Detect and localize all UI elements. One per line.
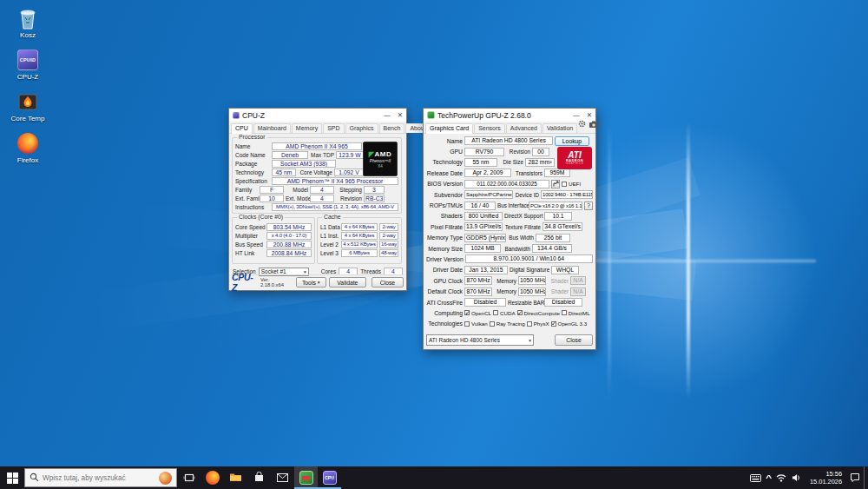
gpuz-titlebar[interactable]: TechPowerUp GPU-Z 2.68.0 — ✕ [424,109,595,122]
memory-type-label: Memory Type [426,235,463,241]
l1-data-assoc: 2-way [379,223,398,231]
card-selector-value: ATI Radeon HD 4800 Series [429,337,500,343]
taskbar-file-explorer[interactable] [224,466,247,489]
cpuz-close-button[interactable]: Close [372,277,404,287]
tab-advanced[interactable]: Advanced [506,123,542,133]
tab-validation[interactable]: Validation [542,123,577,133]
search-input[interactable] [43,474,145,482]
settings-icon[interactable] [578,116,586,131]
taskbar-gpuz[interactable] [294,466,318,489]
cpuz-footer: CPU-Z Ver. 2.18.0.x64 Tools ▾ Validate C… [232,274,404,288]
tab-bench[interactable]: Bench [379,123,405,133]
action-center-icon[interactable] [850,472,860,483]
gpu-clock-value: 870 MHz [464,276,492,285]
checkbox-box [464,321,470,327]
desktop: Kosz CPUID CPU-Z Core Temp Firefox CPU-Z… [0,0,868,489]
pixel-fillrate-value: 13.9 GPixel/s [464,222,503,231]
tray-chevron-up-icon[interactable]: ^ [766,475,772,480]
gpu-label: GPU [426,149,463,155]
ht-link-label: HT Link [235,250,265,256]
tab-memory[interactable]: Memory [292,123,322,133]
rops-tmus-label: ROPs/TMUs [426,202,463,208]
cpuz-icon: CPUID [16,49,39,71]
search-highlight-icon[interactable] [159,472,172,485]
shortcut-label: Core Temp [11,115,45,122]
render-test-button[interactable]: ? [584,202,593,210]
screenshot-camera-icon[interactable] [589,116,598,131]
taskbar-search[interactable] [24,468,177,487]
tab-graphics-card[interactable]: Graphics Card [425,123,473,134]
gpuz-window-title: TechPowerUp GPU-Z 2.68.0 [437,111,531,120]
row-memory-size: Memory Size 1024 MB Bandwidth 134.4 GB/s [426,243,593,254]
shortcut-core-temp[interactable]: Core Temp [5,90,50,122]
gpuz-close-button[interactable]: Close [555,334,593,346]
die-size-label: Die Size [499,159,523,165]
card-selector[interactable]: ATI Radeon HD 4800 Series ▾ [426,334,534,346]
tab-graphics[interactable]: Graphics [345,123,378,133]
validate-button[interactable]: Validate [329,277,366,287]
memory-clock-label: Memory [494,278,516,284]
vulkan-checkbox: Vulkan [464,320,488,327]
memory-size-label: Memory Size [426,246,463,252]
taskbar-clock[interactable]: 15:56 15.01.2026 [807,470,845,486]
search-icon [30,470,39,486]
default-memory-clock-label: Memory [494,288,516,294]
technology-label: Technology [235,169,270,175]
shortcut-recycle-bin[interactable]: Kosz [5,7,50,39]
l1-data-size: 4 x 64 KBytes [341,223,378,231]
row-subvendor: Subvendor Sapphire/PCPartner Device ID 1… [426,189,593,200]
tab-mainboard[interactable]: Mainboard [253,123,291,133]
specification-label: Specification [235,178,270,184]
cpuz-titlebar[interactable]: CPU-Z — ✕ [229,109,406,122]
row-release-date: Release Date Apr 2, 2009 Transistors 959… [426,168,593,178]
tools-button[interactable]: Tools ▾ [296,277,326,287]
start-button[interactable] [0,466,24,489]
core-speed-value: 803.54 MHz [266,223,312,231]
shaders-label: Shaders [426,213,463,219]
processor-groupbox: Processor ◤AMD Phenom™II X4 Name AMD Phe… [232,137,402,214]
file-explorer-icon [229,470,242,486]
bios-save-icon[interactable] [551,180,560,188]
gpuz-icon [299,471,313,485]
shortcut-cpuz[interactable]: CPUID CPU-Z [5,49,50,81]
taskbar-cpuz[interactable]: CPU [318,466,341,489]
ati-radeon-logo: ATI RADEON GRAPHICS [557,147,592,169]
checkbox-box [517,310,523,315]
directml-checkbox: DirectML [562,310,590,316]
row-bios: BIOS Version 011.022.000.004.033025 UEFI [426,179,593,189]
tab-sensors[interactable]: Sensors [474,123,505,133]
pixel-fillrate-label: Pixel Fillrate [426,224,463,230]
cpuz-tabstrip: CPU Mainboard Memory SPD Graphics Bench … [229,122,406,134]
cpuz-icon: CPU [323,471,337,485]
close-icon[interactable]: ✕ [398,112,403,119]
tab-cpu[interactable]: CPU [231,123,253,134]
opencl-checkbox: OpenCL [464,310,491,316]
gpuz-body: ATI RADEON GRAPHICS Name ATI Radeon HD 4… [424,134,595,349]
stepping-label: Stepping [336,187,362,193]
transistors-value: 959M [544,169,570,177]
cache-groupbox: Cache L1 Data 4 x 64 KBytes 2-way L1 Ins… [317,217,402,264]
row-driver-version: Driver Version 8.970.100.9001 / Win10 64 [426,254,593,264]
taskbar-firefox[interactable] [201,466,224,489]
gpuz-bottom-bar: ATI Radeon HD 4800 Series ▾ Close [426,334,593,347]
gpuz-window: TechPowerUp GPU-Z 2.68.0 — ✕ Graphics Ca… [423,108,596,350]
gpuz-app-icon [427,111,435,119]
minimize-icon[interactable]: — [384,112,391,119]
tab-spd[interactable]: SPD [323,123,344,133]
checkbox-box [527,321,532,327]
task-view-button[interactable] [177,466,201,489]
lookup-button[interactable]: Lookup [555,136,589,146]
volume-icon[interactable] [792,473,802,482]
taskbar-store[interactable] [247,466,271,489]
gpu-name-value: ATI Radeon HD 4800 Series [464,136,553,145]
shortcut-firefox[interactable]: Firefox [5,132,50,164]
l3-assoc: 48-way [379,249,398,257]
amd-phenom-logo: ◤AMD Phenom™II X4 [363,142,398,176]
taskbar-mail[interactable] [271,466,294,489]
windows-logo-icon [7,472,18,484]
row-l3: Level 3 6 MBytes 48-way [320,249,398,257]
network-icon[interactable] [776,473,786,482]
touch-keyboard-icon[interactable] [750,474,761,482]
show-desktop-button[interactable] [864,466,868,489]
cache-group-label: Cache [322,214,343,220]
